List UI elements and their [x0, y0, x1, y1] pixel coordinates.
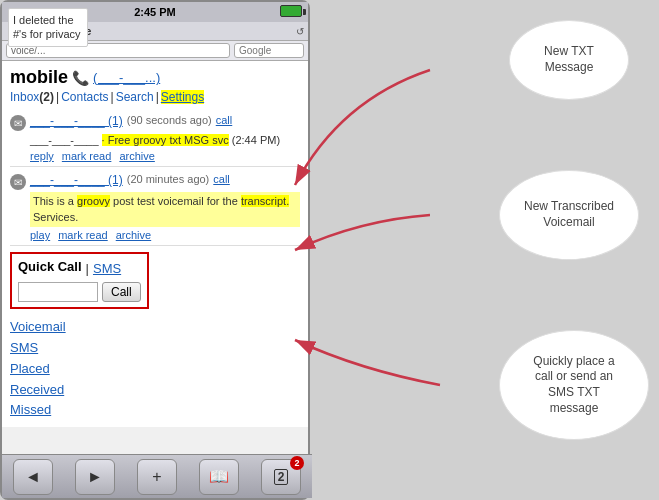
message-sender-1[interactable]: ___-___-____ (1) — [30, 114, 123, 128]
tabs-icon: 2 — [274, 469, 289, 485]
status-time: 2:45 PM — [134, 6, 176, 18]
phone-icon: 📞 — [72, 70, 89, 86]
call-button[interactable]: Call — [102, 282, 141, 302]
forward-icon: ► — [87, 468, 103, 486]
sidebar-links: Voicemail SMS Placed Received Missed — [10, 317, 300, 421]
msg-markread-1[interactable]: mark read — [62, 150, 112, 162]
message-call-1[interactable]: call — [216, 114, 233, 126]
msg-reply-1[interactable]: reply — [30, 150, 54, 162]
message-actions-1: reply mark read archive — [30, 150, 300, 162]
received-link[interactable]: Received — [10, 380, 300, 401]
sms-link[interactable]: SMS — [10, 338, 300, 359]
placed-link[interactable]: Placed — [10, 359, 300, 380]
annotation-quick-call: Quickly place a call or send an SMS TXT … — [499, 330, 649, 440]
battery-icon — [280, 5, 302, 17]
quick-call-title: Quick Call — [18, 259, 82, 274]
quick-call-box: Quick Call | SMS Call — [10, 252, 149, 309]
message-call-2[interactable]: call — [213, 173, 230, 185]
message-body-1: ___-___-____ · Free groovy txt MSG svc (… — [30, 133, 300, 148]
google-search-input[interactable] — [234, 43, 304, 58]
phone-frame: 2:45 PM 🔒 Google Voice ↺ mobile 📞 (___-_… — [0, 0, 310, 500]
msg-archive-2[interactable]: archive — [116, 229, 151, 241]
quick-call-divider: | — [86, 261, 89, 276]
add-button[interactable]: + — [137, 459, 177, 495]
settings-link[interactable]: Settings — [161, 90, 204, 104]
nav-links: Inbox (2) | Contacts | Search | Settings — [10, 90, 300, 104]
inbox-link[interactable]: Inbox — [10, 90, 39, 104]
voicemail-link[interactable]: Voicemail — [10, 317, 300, 338]
quick-call-form: Call — [18, 282, 141, 302]
nav-sep-2: | — [111, 90, 114, 104]
plus-icon: + — [152, 468, 161, 486]
title-redacted-number[interactable]: (___-___...) — [93, 70, 160, 85]
missed-link[interactable]: Missed — [10, 400, 300, 421]
tabs-button[interactable]: 2 — [261, 459, 301, 495]
message-time-2: (20 minutes ago) — [127, 173, 210, 185]
message-icon-2: ✉ — [10, 174, 26, 190]
msg-markread-2[interactable]: mark read — [58, 229, 108, 241]
msg-highlight-2b: transcript. — [241, 195, 289, 207]
bookmarks-button[interactable]: 📖 — [199, 459, 239, 495]
message-header-2: ✉ ___-___-____ (1) (20 minutes ago) call — [10, 173, 300, 190]
annotation-quick-call-text: Quickly place a call or send an SMS TXT … — [533, 354, 614, 416]
page-title-line: mobile 📞 (___-___...) — [10, 67, 300, 88]
annotation-txt-message: New TXT Message — [509, 20, 629, 100]
message-item-1: ✉ ___-___-____ (1) (90 seconds ago) call… — [10, 110, 300, 167]
bottom-toolbar: ◄ ► + 📖 2 — [2, 454, 312, 498]
inbox-count: (2) — [39, 90, 54, 104]
annotation-txt-text: New TXT Message — [544, 44, 594, 75]
msg-play-2[interactable]: play — [30, 229, 50, 241]
quick-call-number-input[interactable] — [18, 282, 98, 302]
nav-sep-3: | — [156, 90, 159, 104]
search-link[interactable]: Search — [116, 90, 154, 104]
main-content: mobile 📞 (___-___...) Inbox (2) | Contac… — [2, 61, 308, 427]
msg-body-text-1: ___-___-____ — [30, 134, 102, 146]
msg-highlight-1: · Free groovy txt MSG svc — [102, 134, 229, 146]
annotation-voicemail: New Transcribed Voicemail — [499, 170, 639, 260]
msg-highlight-2a: groovy — [77, 195, 110, 207]
reload-icon[interactable]: ↺ — [296, 26, 304, 37]
message-sender-2[interactable]: ___-___-____ (1) — [30, 173, 123, 187]
back-button[interactable]: ◄ — [13, 459, 53, 495]
back-icon: ◄ — [25, 468, 41, 486]
quick-call-sms-link[interactable]: SMS — [93, 261, 121, 276]
msg-time-detail-1: (2:44 PM) — [229, 134, 280, 146]
privacy-note: I deleted the #'s for privacy — [8, 8, 88, 47]
msg-body-end-2: Services. — [33, 211, 78, 223]
contacts-link[interactable]: Contacts — [61, 90, 108, 104]
book-icon: 📖 — [209, 467, 229, 486]
annotation-voicemail-text: New Transcribed Voicemail — [524, 199, 614, 230]
msg-archive-1[interactable]: archive — [119, 150, 154, 162]
message-body-2: This is a groovy post test voicemail for… — [30, 192, 300, 227]
page-title: mobile — [10, 67, 68, 88]
privacy-note-text: I deleted the #'s for privacy — [13, 14, 81, 40]
msg-body-mid-2: post test voicemail for the — [110, 195, 241, 207]
nav-sep-1: | — [56, 90, 59, 104]
message-icon-1: ✉ — [10, 115, 26, 131]
msg-body-pre-2: This is a — [33, 195, 77, 207]
message-item-2: ✉ ___-___-____ (1) (20 minutes ago) call… — [10, 169, 300, 246]
forward-button[interactable]: ► — [75, 459, 115, 495]
message-time-1: (90 seconds ago) — [127, 114, 212, 126]
message-actions-2: play mark read archive — [30, 229, 300, 241]
message-header-1: ✉ ___-___-____ (1) (90 seconds ago) call — [10, 114, 300, 131]
